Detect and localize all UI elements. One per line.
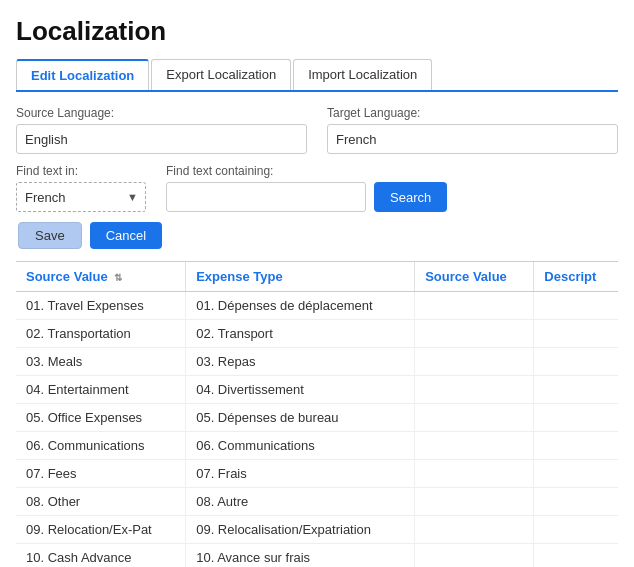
- table-cell: 06. Communications: [16, 432, 186, 460]
- table-cell: [534, 432, 618, 460]
- table-row: 05. Office Expenses05. Dépenses de burea…: [16, 404, 618, 432]
- source-language-label: Source Language:: [16, 106, 307, 120]
- table-body: 01. Travel Expenses01. Dépenses de dépla…: [16, 292, 618, 568]
- tabs-bar: Edit Localization Export Localization Im…: [16, 59, 618, 92]
- table-cell: [534, 404, 618, 432]
- language-row: Source Language: Target Language:: [16, 106, 618, 154]
- table-cell: [415, 348, 534, 376]
- target-language-input[interactable]: [327, 124, 618, 154]
- page-title: Localization: [16, 16, 618, 47]
- table-cell: 10. Cash Advance: [16, 544, 186, 568]
- table-cell: [415, 544, 534, 568]
- table-cell: [415, 292, 534, 320]
- localization-table: Source Value ⇅ Expense Type Source Value…: [16, 262, 618, 567]
- table-cell: [415, 320, 534, 348]
- action-row: Save Cancel: [16, 222, 618, 249]
- table-cell: 03. Repas: [186, 348, 415, 376]
- col-source-value2-label: Source Value: [425, 269, 507, 284]
- table-cell: 08. Autre: [186, 488, 415, 516]
- table-cell: [415, 432, 534, 460]
- table-row: 08. Other08. Autre: [16, 488, 618, 516]
- table-cell: 02. Transport: [186, 320, 415, 348]
- find-text-in-group: Find text in: French English Spanish Ger…: [16, 164, 146, 212]
- tab-edit-localization[interactable]: Edit Localization: [16, 59, 149, 90]
- target-language-label: Target Language:: [327, 106, 618, 120]
- col-header-description: Descript: [534, 262, 618, 292]
- search-input[interactable]: [166, 182, 366, 212]
- table-cell: 05. Office Expenses: [16, 404, 186, 432]
- table-cell: 02. Transportation: [16, 320, 186, 348]
- table-row: 07. Fees07. Frais: [16, 460, 618, 488]
- col-header-expense-type: Expense Type: [186, 262, 415, 292]
- table-cell: 07. Frais: [186, 460, 415, 488]
- table-cell: [534, 460, 618, 488]
- table-cell: [534, 516, 618, 544]
- table-cell: 04. Divertissement: [186, 376, 415, 404]
- search-input-row: Search: [166, 182, 447, 212]
- source-language-input[interactable]: [16, 124, 307, 154]
- table-cell: [415, 404, 534, 432]
- find-text-in-select[interactable]: French English Spanish German: [16, 182, 146, 212]
- page-container: Localization Edit Localization Export Lo…: [0, 0, 634, 567]
- table-cell: 07. Fees: [16, 460, 186, 488]
- col-expense-type-label: Expense Type: [196, 269, 282, 284]
- table-cell: 10. Avance sur frais: [186, 544, 415, 568]
- table-cell: [534, 292, 618, 320]
- table-cell: [534, 320, 618, 348]
- table-row: 03. Meals03. Repas: [16, 348, 618, 376]
- table-row: 02. Transportation02. Transport: [16, 320, 618, 348]
- col-description-label: Descript: [544, 269, 596, 284]
- table-row: 04. Entertainment04. Divertissement: [16, 376, 618, 404]
- target-language-group: Target Language:: [327, 106, 618, 154]
- table-row: 09. Relocation/Ex-Pat09. Relocalisation/…: [16, 516, 618, 544]
- table-cell: [415, 376, 534, 404]
- table-cell: 09. Relocalisation/Expatriation: [186, 516, 415, 544]
- find-text-in-select-wrapper: French English Spanish German ▼: [16, 182, 146, 212]
- tab-export-localization[interactable]: Export Localization: [151, 59, 291, 90]
- find-text-containing-label: Find text containing:: [166, 164, 447, 178]
- table-row: 06. Communications06. Communications: [16, 432, 618, 460]
- tab-import-localization[interactable]: Import Localization: [293, 59, 432, 90]
- table-container: Source Value ⇅ Expense Type Source Value…: [16, 261, 618, 567]
- table-cell: [415, 460, 534, 488]
- table-cell: 01. Dépenses de déplacement: [186, 292, 415, 320]
- col-source-value-label: Source Value: [26, 269, 108, 284]
- table-cell: 03. Meals: [16, 348, 186, 376]
- cancel-button[interactable]: Cancel: [90, 222, 162, 249]
- table-row: 01. Travel Expenses01. Dépenses de dépla…: [16, 292, 618, 320]
- table-cell: 09. Relocation/Ex-Pat: [16, 516, 186, 544]
- table-cell: 06. Communications: [186, 432, 415, 460]
- sort-icon: ⇅: [114, 272, 122, 283]
- source-language-group: Source Language:: [16, 106, 307, 154]
- find-text-containing-group: Find text containing: Search: [166, 164, 447, 212]
- table-cell: [534, 376, 618, 404]
- table-row: 10. Cash Advance10. Avance sur frais: [16, 544, 618, 568]
- save-button[interactable]: Save: [18, 222, 82, 249]
- table-cell: [534, 348, 618, 376]
- find-text-in-label: Find text in:: [16, 164, 146, 178]
- table-cell: [534, 488, 618, 516]
- table-header-row: Source Value ⇅ Expense Type Source Value…: [16, 262, 618, 292]
- find-row: Find text in: French English Spanish Ger…: [16, 164, 618, 212]
- table-cell: 05. Dépenses de bureau: [186, 404, 415, 432]
- table-cell: 01. Travel Expenses: [16, 292, 186, 320]
- col-header-source-value2: Source Value: [415, 262, 534, 292]
- search-button[interactable]: Search: [374, 182, 447, 212]
- table-cell: 08. Other: [16, 488, 186, 516]
- table-cell: 04. Entertainment: [16, 376, 186, 404]
- table-cell: [415, 516, 534, 544]
- col-header-source-value[interactable]: Source Value ⇅: [16, 262, 186, 292]
- table-cell: [534, 544, 618, 568]
- table-cell: [415, 488, 534, 516]
